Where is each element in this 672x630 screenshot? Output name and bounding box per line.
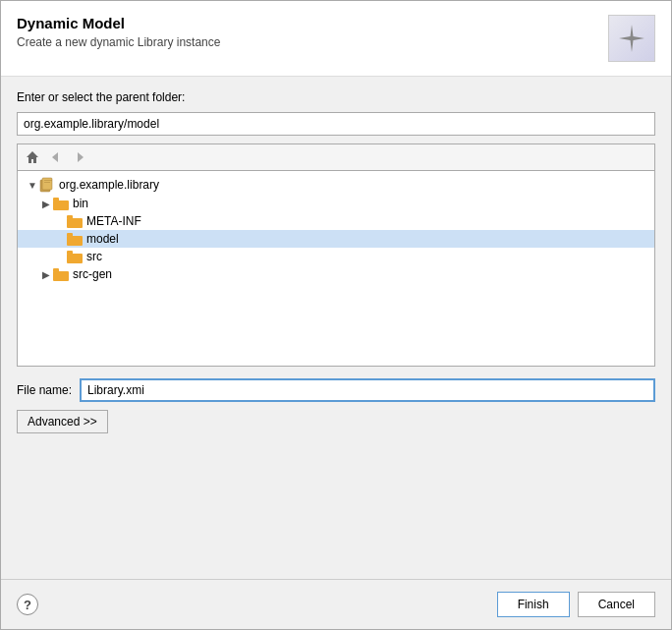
header-icon [608,15,655,62]
svg-rect-12 [67,233,73,237]
svg-rect-15 [53,271,69,281]
svg-rect-16 [53,268,59,272]
file-label: File name: [17,383,72,397]
header-text: Dynamic Model Create a new dynamic Libra… [17,15,220,49]
back-icon [49,150,63,164]
tree-label-srcgen: src-gen [73,267,112,281]
folder-icon-src [67,251,83,263]
back-button[interactable] [45,147,67,167]
tree-item-srcgen[interactable]: ▶ src-gen [18,265,654,283]
tree-root-arrow: ▼ [26,180,39,191]
svg-rect-8 [53,198,59,201]
tree-item-bin[interactable]: ▶ bin [18,195,654,212]
home-button[interactable] [22,147,43,167]
tree-label-metainf: META-INF [86,214,141,228]
advanced-section: Advanced >> [17,410,655,433]
svg-rect-9 [67,218,83,228]
tree-item-src[interactable]: src [18,248,654,265]
folder-label: Enter or select the parent folder: [17,90,655,104]
path-input[interactable] [17,112,655,136]
svg-rect-10 [67,215,73,219]
library-folder-icon [39,177,55,193]
dialog-footer: ? Finish Cancel [1,579,671,629]
file-name-input[interactable] [80,378,655,402]
folder-icon-bin [53,198,69,210]
tree-toolbar-container: ▼ org.example.library [17,143,655,367]
folder-icon-srcgen [53,268,69,281]
svg-rect-5 [44,180,52,181]
cancel-button[interactable]: Cancel [578,592,655,617]
svg-rect-11 [67,236,83,246]
arrow-bin: ▶ [39,199,53,209]
dialog: Dynamic Model Create a new dynamic Libra… [0,0,672,630]
dialog-header: Dynamic Model Create a new dynamic Libra… [1,1,671,77]
file-section: File name: [17,378,655,402]
dialog-subtitle: Create a new dynamic Library instance [17,35,220,49]
svg-marker-1 [52,152,58,162]
help-button[interactable]: ? [17,594,38,615]
folder-icon-metainf [67,215,83,228]
svg-rect-14 [67,251,73,255]
home-icon [26,150,39,164]
tree-item-metainf[interactable]: META-INF [18,212,654,230]
tree-label-bin: bin [73,197,88,210]
finish-button[interactable]: Finish [497,592,570,617]
tree-container: ▼ org.example.library [17,170,655,367]
tree-label-src: src [86,250,102,263]
svg-rect-7 [53,200,69,210]
folder-icon-model [67,233,83,246]
sparkle-icon [616,23,647,54]
tree-toolbar [17,143,655,170]
svg-rect-6 [44,182,50,183]
tree-label-model: model [86,232,119,246]
forward-icon [73,150,86,164]
tree-root-label: org.example.library [59,178,159,192]
forward-button[interactable] [69,147,90,167]
tree-root-item[interactable]: ▼ org.example.library [18,175,654,195]
tree-item-model[interactable]: model [18,230,654,248]
dialog-body: Enter or select the parent folder: [1,77,671,579]
svg-rect-13 [67,254,83,263]
footer-buttons: Finish Cancel [497,592,655,617]
dialog-title: Dynamic Model [17,15,220,31]
svg-marker-0 [27,151,38,163]
svg-rect-4 [42,178,52,190]
svg-marker-2 [78,152,84,162]
arrow-srcgen: ▶ [39,269,53,280]
advanced-button[interactable]: Advanced >> [17,410,108,433]
